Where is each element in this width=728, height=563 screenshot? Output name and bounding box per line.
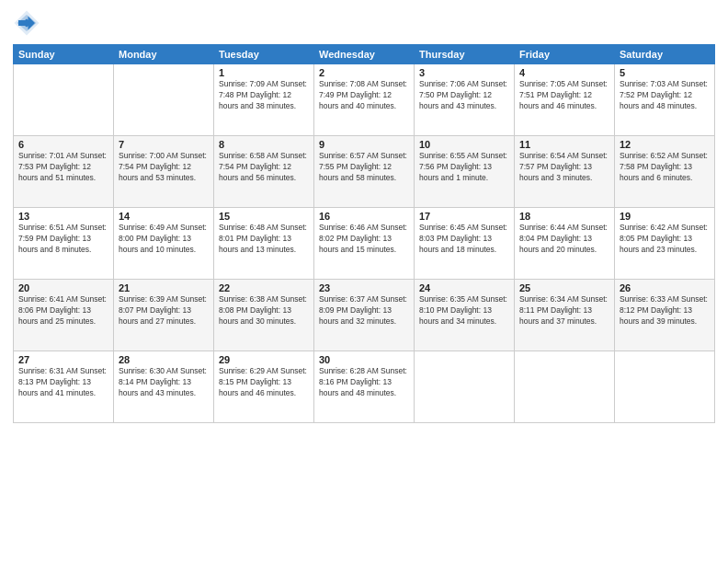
- day-info: Sunrise: 6:37 AM Sunset: 8:09 PM Dayligh…: [319, 294, 409, 327]
- day-number: 10: [419, 139, 509, 150]
- day-cell: 1Sunrise: 7:09 AM Sunset: 7:48 PM Daylig…: [214, 64, 314, 136]
- day-number: 18: [519, 211, 609, 222]
- day-info: Sunrise: 6:55 AM Sunset: 7:56 PM Dayligh…: [419, 151, 509, 184]
- day-cell: 26Sunrise: 6:33 AM Sunset: 8:12 PM Dayli…: [615, 280, 715, 351]
- day-number: 29: [219, 354, 309, 365]
- day-info: Sunrise: 6:29 AM Sunset: 8:15 PM Dayligh…: [219, 366, 309, 399]
- day-cell: 11Sunrise: 6:54 AM Sunset: 7:57 PM Dayli…: [515, 136, 615, 208]
- weekday-header-tuesday: Tuesday: [214, 45, 314, 64]
- day-info: Sunrise: 6:35 AM Sunset: 8:10 PM Dayligh…: [419, 294, 509, 327]
- weekday-header-sunday: Sunday: [14, 45, 114, 64]
- day-cell: 4Sunrise: 7:05 AM Sunset: 7:51 PM Daylig…: [515, 64, 615, 136]
- day-info: Sunrise: 7:00 AM Sunset: 7:54 PM Dayligh…: [119, 151, 209, 184]
- day-number: 8: [219, 139, 309, 150]
- day-info: Sunrise: 6:48 AM Sunset: 8:01 PM Dayligh…: [219, 223, 309, 256]
- day-info: Sunrise: 6:34 AM Sunset: 8:11 PM Dayligh…: [519, 294, 609, 327]
- day-info: Sunrise: 6:44 AM Sunset: 8:04 PM Dayligh…: [519, 223, 609, 256]
- day-number: 6: [18, 139, 108, 150]
- day-info: Sunrise: 7:08 AM Sunset: 7:49 PM Dayligh…: [319, 79, 409, 112]
- day-info: Sunrise: 7:03 AM Sunset: 7:52 PM Dayligh…: [620, 79, 710, 112]
- day-number: 20: [18, 282, 108, 293]
- day-number: 19: [620, 211, 710, 222]
- day-cell: 6Sunrise: 7:01 AM Sunset: 7:53 PM Daylig…: [14, 136, 114, 208]
- day-cell: 19Sunrise: 6:42 AM Sunset: 8:05 PM Dayli…: [615, 208, 715, 280]
- week-row-3: 13Sunrise: 6:51 AM Sunset: 7:59 PM Dayli…: [14, 208, 715, 280]
- day-number: 15: [219, 211, 309, 222]
- weekday-header-wednesday: Wednesday: [314, 45, 415, 64]
- day-number: 23: [319, 282, 409, 293]
- day-cell: [415, 351, 515, 423]
- day-cell: 13Sunrise: 6:51 AM Sunset: 7:59 PM Dayli…: [14, 208, 114, 280]
- day-info: Sunrise: 7:05 AM Sunset: 7:51 PM Dayligh…: [519, 79, 609, 112]
- day-cell: 30Sunrise: 6:28 AM Sunset: 8:16 PM Dayli…: [314, 351, 415, 423]
- day-cell: 25Sunrise: 6:34 AM Sunset: 8:11 PM Dayli…: [515, 280, 615, 351]
- day-number: 11: [519, 139, 609, 150]
- day-cell: 2Sunrise: 7:08 AM Sunset: 7:49 PM Daylig…: [314, 64, 415, 136]
- day-cell: 12Sunrise: 6:52 AM Sunset: 7:58 PM Dayli…: [615, 136, 715, 208]
- day-number: 12: [620, 139, 710, 150]
- day-info: Sunrise: 7:01 AM Sunset: 7:53 PM Dayligh…: [18, 151, 108, 184]
- day-number: 4: [519, 67, 609, 78]
- week-row-1: 1Sunrise: 7:09 AM Sunset: 7:48 PM Daylig…: [14, 64, 715, 136]
- weekday-header-row: SundayMondayTuesdayWednesdayThursdayFrid…: [14, 45, 715, 64]
- page: SundayMondayTuesdayWednesdayThursdayFrid…: [0, 0, 728, 563]
- day-info: Sunrise: 6:51 AM Sunset: 7:59 PM Dayligh…: [18, 223, 108, 256]
- day-cell: [114, 64, 214, 136]
- week-row-2: 6Sunrise: 7:01 AM Sunset: 7:53 PM Daylig…: [14, 136, 715, 208]
- day-cell: 9Sunrise: 6:57 AM Sunset: 7:55 PM Daylig…: [314, 136, 415, 208]
- weekday-header-monday: Monday: [114, 45, 214, 64]
- day-info: Sunrise: 6:30 AM Sunset: 8:14 PM Dayligh…: [119, 366, 209, 399]
- day-number: 27: [18, 354, 108, 365]
- week-row-4: 20Sunrise: 6:41 AM Sunset: 8:06 PM Dayli…: [14, 280, 715, 351]
- day-number: 25: [519, 282, 609, 293]
- day-cell: 24Sunrise: 6:35 AM Sunset: 8:10 PM Dayli…: [415, 280, 515, 351]
- day-info: Sunrise: 7:06 AM Sunset: 7:50 PM Dayligh…: [419, 79, 509, 112]
- day-info: Sunrise: 6:33 AM Sunset: 8:12 PM Dayligh…: [620, 294, 710, 327]
- weekday-header-thursday: Thursday: [415, 45, 515, 64]
- day-cell: 10Sunrise: 6:55 AM Sunset: 7:56 PM Dayli…: [415, 136, 515, 208]
- weekday-header-saturday: Saturday: [615, 45, 715, 64]
- day-number: 24: [419, 282, 509, 293]
- day-number: 3: [419, 67, 509, 78]
- week-row-5: 27Sunrise: 6:31 AM Sunset: 8:13 PM Dayli…: [14, 351, 715, 423]
- day-number: 2: [319, 67, 409, 78]
- day-number: 17: [419, 211, 509, 222]
- day-number: 9: [319, 139, 409, 150]
- header: [13, 9, 715, 37]
- day-cell: 3Sunrise: 7:06 AM Sunset: 7:50 PM Daylig…: [415, 64, 515, 136]
- day-cell: 20Sunrise: 6:41 AM Sunset: 8:06 PM Dayli…: [14, 280, 114, 351]
- day-cell: 8Sunrise: 6:58 AM Sunset: 7:54 PM Daylig…: [214, 136, 314, 208]
- logo-icon: [13, 9, 40, 37]
- day-cell: 17Sunrise: 6:45 AM Sunset: 8:03 PM Dayli…: [415, 208, 515, 280]
- calendar-table: SundayMondayTuesdayWednesdayThursdayFrid…: [13, 44, 715, 423]
- day-number: 13: [18, 211, 108, 222]
- day-number: 16: [319, 211, 409, 222]
- day-info: Sunrise: 6:52 AM Sunset: 7:58 PM Dayligh…: [620, 151, 710, 184]
- day-cell: 23Sunrise: 6:37 AM Sunset: 8:09 PM Dayli…: [314, 280, 415, 351]
- day-number: 22: [219, 282, 309, 293]
- day-number: 1: [219, 67, 309, 78]
- day-cell: 27Sunrise: 6:31 AM Sunset: 8:13 PM Dayli…: [14, 351, 114, 423]
- day-cell: 29Sunrise: 6:29 AM Sunset: 8:15 PM Dayli…: [214, 351, 314, 423]
- day-info: Sunrise: 6:58 AM Sunset: 7:54 PM Dayligh…: [219, 151, 309, 184]
- day-info: Sunrise: 6:42 AM Sunset: 8:05 PM Dayligh…: [620, 223, 710, 256]
- logo: [13, 9, 44, 37]
- day-info: Sunrise: 6:49 AM Sunset: 8:00 PM Dayligh…: [119, 223, 209, 256]
- day-info: Sunrise: 6:54 AM Sunset: 7:57 PM Dayligh…: [519, 151, 609, 184]
- day-cell: 14Sunrise: 6:49 AM Sunset: 8:00 PM Dayli…: [114, 208, 214, 280]
- day-info: Sunrise: 6:28 AM Sunset: 8:16 PM Dayligh…: [319, 366, 409, 399]
- day-info: Sunrise: 6:57 AM Sunset: 7:55 PM Dayligh…: [319, 151, 409, 184]
- day-number: 7: [119, 139, 209, 150]
- day-cell: [515, 351, 615, 423]
- day-cell: 7Sunrise: 7:00 AM Sunset: 7:54 PM Daylig…: [114, 136, 214, 208]
- day-number: 28: [119, 354, 209, 365]
- day-number: 30: [319, 354, 409, 365]
- day-cell: 16Sunrise: 6:46 AM Sunset: 8:02 PM Dayli…: [314, 208, 415, 280]
- day-number: 14: [119, 211, 209, 222]
- day-cell: 21Sunrise: 6:39 AM Sunset: 8:07 PM Dayli…: [114, 280, 214, 351]
- day-info: Sunrise: 6:41 AM Sunset: 8:06 PM Dayligh…: [18, 294, 108, 327]
- day-cell: [615, 351, 715, 423]
- day-number: 26: [620, 282, 710, 293]
- day-info: Sunrise: 6:31 AM Sunset: 8:13 PM Dayligh…: [18, 366, 108, 399]
- day-info: Sunrise: 6:39 AM Sunset: 8:07 PM Dayligh…: [119, 294, 209, 327]
